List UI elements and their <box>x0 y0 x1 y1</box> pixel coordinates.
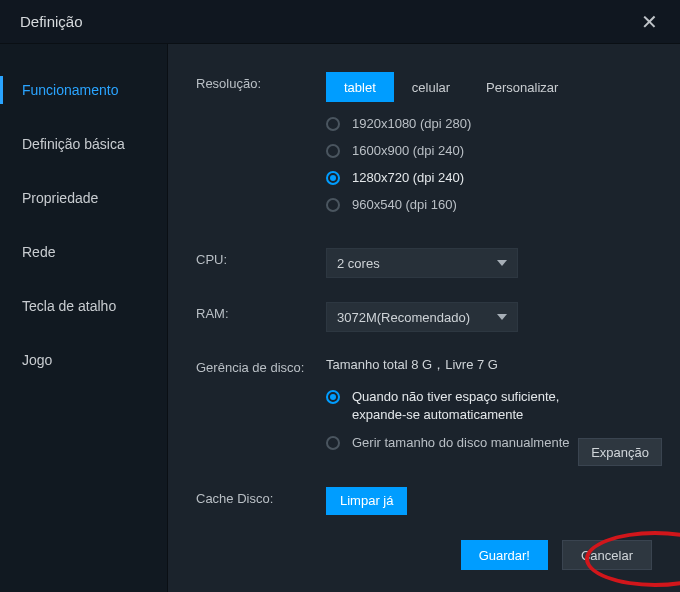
resolution-option[interactable]: 1600x900 (dpi 240) <box>326 143 662 158</box>
segment-celular[interactable]: celular <box>394 72 468 102</box>
cpu-select[interactable]: 2 cores <box>326 248 518 278</box>
radio-icon <box>326 436 340 450</box>
sidebar-item-propriedade[interactable]: Propriedade <box>0 178 167 218</box>
cpu-label: CPU: <box>196 248 326 267</box>
radio-icon <box>326 117 340 131</box>
sidebar-item-label: Jogo <box>22 352 52 368</box>
sidebar-item-label: Definição básica <box>22 136 125 152</box>
select-value: 2 cores <box>337 256 380 271</box>
resolution-label: Resolução: <box>196 72 326 91</box>
content-panel: Resolução: tablet celular Personalizar 1… <box>168 44 680 592</box>
close-icon[interactable]: ✕ <box>635 6 664 38</box>
ram-select[interactable]: 3072M(Recomendado) <box>326 302 518 332</box>
resolution-option[interactable]: 1920x1080 (dpi 280) <box>326 116 662 131</box>
radio-icon <box>326 144 340 158</box>
segment-personalizar[interactable]: Personalizar <box>468 72 576 102</box>
resolution-mode-segments: tablet celular Personalizar <box>326 72 662 102</box>
expand-button[interactable]: Expanção <box>578 438 662 466</box>
disk-info-text: Tamanho total 8 G，Livre 7 G <box>326 356 662 374</box>
titlebar: Definição ✕ <box>0 0 680 44</box>
sidebar-item-label: Funcionamento <box>22 82 119 98</box>
disk-label: Gerência de disco: <box>196 356 326 375</box>
resolution-option[interactable]: 960x540 (dpi 160) <box>326 197 662 212</box>
chevron-down-icon <box>497 260 507 266</box>
sidebar-item-label: Propriedade <box>22 190 98 206</box>
save-button[interactable]: Guardar! <box>461 540 548 570</box>
radio-icon <box>326 171 340 185</box>
sidebar-item-definicao-basica[interactable]: Definição básica <box>0 124 167 164</box>
resolution-options: 1920x1080 (dpi 280) 1600x900 (dpi 240) 1… <box>326 116 662 212</box>
chevron-down-icon <box>497 314 507 320</box>
sidebar-item-tecla-atalho[interactable]: Tecla de atalho <box>0 286 167 326</box>
select-value: 3072M(Recomendado) <box>337 310 470 325</box>
disk-option-auto[interactable]: Quando não tiver espaço suficiente, expa… <box>326 388 662 424</box>
radio-icon <box>326 198 340 212</box>
cache-label: Cache Disco: <box>196 487 326 506</box>
sidebar-item-funcionamento[interactable]: Funcionamento <box>0 70 167 110</box>
resolution-option[interactable]: 1280x720 (dpi 240) <box>326 170 662 185</box>
sidebar-item-jogo[interactable]: Jogo <box>0 340 167 380</box>
footer-actions: Guardar! Cancelar <box>461 540 652 570</box>
sidebar-item-rede[interactable]: Rede <box>0 232 167 272</box>
clear-cache-button[interactable]: Limpar já <box>326 487 407 515</box>
ram-label: RAM: <box>196 302 326 321</box>
sidebar: Funcionamento Definição básica Proprieda… <box>0 44 168 592</box>
sidebar-item-label: Rede <box>22 244 55 260</box>
cancel-button[interactable]: Cancelar <box>562 540 652 570</box>
sidebar-item-label: Tecla de atalho <box>22 298 116 314</box>
window-title: Definição <box>20 13 83 30</box>
segment-tablet[interactable]: tablet <box>326 72 394 102</box>
radio-icon <box>326 390 340 404</box>
